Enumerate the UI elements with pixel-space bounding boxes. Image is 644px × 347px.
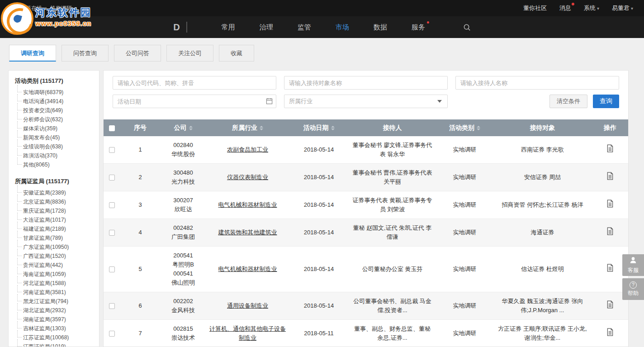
sidebar-item[interactable]: 重庆证监局(1728): [15, 206, 95, 215]
activity-date-input[interactable]: [113, 95, 276, 108]
sidebar-item[interactable]: 分析师会议(632): [15, 115, 95, 124]
sort-icon[interactable]: [189, 126, 193, 130]
column-header[interactable]: 活动类别: [436, 119, 493, 136]
service-button[interactable]: 客服: [622, 254, 644, 276]
industry-link[interactable]: 建筑装饰和其他建筑业: [206, 219, 289, 247]
activity-date: 2018-05-14: [289, 247, 348, 292]
document-icon[interactable]: [606, 144, 614, 152]
sidebar-item[interactable]: 广西证监局(1520): [15, 252, 95, 261]
sort-icon[interactable]: [477, 126, 480, 130]
row-checkbox[interactable]: [109, 175, 115, 181]
document-icon[interactable]: [606, 300, 614, 309]
sidebar-item[interactable]: 路演活动(370): [15, 151, 95, 160]
clear-filters-button[interactable]: 清空条件: [549, 95, 587, 108]
sidebar-item[interactable]: 福建证监局(2189): [15, 224, 95, 233]
sidebar-item[interactable]: 大连证监局(1017): [15, 215, 95, 224]
company-cell[interactable]: 300207欣旺达: [161, 191, 206, 219]
document-icon[interactable]: [606, 264, 614, 272]
company-cell[interactable]: 002202金风科技: [161, 292, 206, 320]
tab[interactable]: 关注公司: [166, 45, 213, 62]
sidebar-item[interactable]: 广东证监局(10950): [15, 242, 95, 252]
topbar-item-community[interactable]: 董你社区: [523, 4, 547, 12]
row-checkbox[interactable]: [109, 266, 115, 272]
sidebar-item[interactable]: 其他(8065): [15, 160, 95, 169]
topbar-item-system[interactable]: 系统▾: [584, 4, 599, 12]
sidebar-item[interactable]: 媒体采访(359): [15, 124, 95, 133]
search-icon[interactable]: [463, 24, 471, 31]
query-button[interactable]: 查询: [593, 95, 619, 108]
tab[interactable]: 收藏: [219, 45, 254, 62]
industry-link[interactable]: 仪器仪表制造业: [206, 164, 289, 191]
notification-dot: [427, 21, 429, 24]
row-checkbox[interactable]: [109, 230, 115, 236]
topbar-item-messages[interactable]: 消息: [559, 4, 571, 12]
sidebar-item[interactable]: 吉林证监局(1303): [15, 324, 95, 333]
sidebar-item[interactable]: 江苏证监局(10068): [15, 333, 95, 342]
row-checkbox[interactable]: [109, 147, 115, 153]
sidebar-item[interactable]: 河北证监局(1588): [15, 279, 95, 288]
company-cell[interactable]: 002840华统股份: [161, 136, 206, 164]
nav-item[interactable]: 数据: [372, 23, 389, 32]
target-cell: 安信证券 周喆: [493, 164, 592, 191]
company-cell[interactable]: 200541粤照明B000541佛山照明: [161, 247, 206, 292]
document-icon[interactable]: [606, 328, 614, 336]
company-search-input[interactable]: [113, 76, 276, 90]
sidebar-item[interactable]: 电话沟通(34914): [15, 97, 95, 106]
sidebar-item[interactable]: 安徽证监局(2389): [15, 188, 95, 197]
industry-link[interactable]: 计算机、通信和其他电子设备制造业: [206, 320, 289, 347]
column-header[interactable]: 所属行业: [206, 119, 289, 136]
sidebar-item[interactable]: 湖北证监局(2932): [15, 306, 95, 315]
nav-item[interactable]: 常用: [220, 23, 237, 32]
sort-icon[interactable]: [260, 126, 263, 130]
target-cell: 方正证券 王顺序;联讯证券 王小龙,谢润生;华金...: [493, 320, 592, 347]
select-all-checkbox[interactable]: [109, 125, 115, 131]
sidebar-item[interactable]: 海南证监局(1059): [15, 270, 95, 279]
industry-link[interactable]: 电气机械和器材制造业: [206, 191, 289, 219]
tab[interactable]: 调研查询: [9, 45, 56, 62]
sidebar-item[interactable]: 北京证监局(8836): [15, 197, 95, 206]
help-button[interactable]: ?帮助: [622, 278, 644, 300]
breadcrumb-root[interactable]: 价值在线: [20, 5, 42, 12]
sidebar-item[interactable]: 新闻发布会(45): [15, 133, 95, 142]
nav-item[interactable]: 市场: [334, 23, 351, 32]
company-cell[interactable]: 002815崇达技术: [161, 320, 206, 347]
industry-select[interactable]: 所属行业: [284, 95, 448, 108]
select-all-cell: [104, 119, 120, 136]
document-icon[interactable]: [606, 172, 614, 180]
target-cell: 华夏久盈 魏玉波;海通证券 张向伟;J.P.Morgan ...: [493, 292, 592, 320]
target-search-input[interactable]: [284, 76, 448, 90]
calendar-icon[interactable]: [266, 98, 273, 106]
home-icon[interactable]: [12, 5, 17, 11]
industry-link[interactable]: 通用设备制造业: [206, 292, 289, 320]
tab[interactable]: 公司问答: [114, 45, 161, 62]
document-icon[interactable]: [606, 200, 614, 208]
sidebar-item[interactable]: 贵州证监局(442): [15, 261, 95, 270]
receiver-search-input[interactable]: [455, 76, 619, 90]
sidebar-item[interactable]: 实地调研(68379): [15, 88, 95, 97]
company-cell[interactable]: 300480光力科技: [161, 164, 206, 191]
sidebar-item[interactable]: 黑龙江证监局(794): [15, 297, 95, 306]
industry-link[interactable]: 农副食品加工业: [206, 136, 289, 164]
tab[interactable]: 问答查询: [62, 45, 109, 62]
sidebar-item[interactable]: 江西证监局(1019): [15, 342, 95, 347]
sort-icon[interactable]: [331, 126, 335, 130]
row-checkbox[interactable]: [109, 202, 115, 208]
row-checkbox[interactable]: [109, 303, 115, 309]
document-icon[interactable]: [606, 227, 614, 235]
company-cell[interactable]: 002482广田集团: [161, 219, 206, 247]
column-header[interactable]: 公司: [161, 119, 206, 136]
sidebar-item[interactable]: 甘肃证监局(789): [15, 233, 95, 242]
industry-link[interactable]: 电气机械和器材制造业: [206, 247, 289, 292]
sidebar-item[interactable]: 河南证监局(3581): [15, 288, 95, 297]
breadcrumb: 价值在线 › 机构调研: [12, 5, 72, 12]
sidebar-item[interactable]: 投资者交流(649): [15, 106, 95, 115]
nav-item[interactable]: 服务: [410, 23, 427, 32]
row-checkbox[interactable]: [109, 331, 115, 337]
column-header[interactable]: 活动日期: [289, 119, 348, 136]
nav-item[interactable]: 监管: [296, 23, 313, 32]
row-select-cell: [104, 219, 120, 247]
sidebar-item[interactable]: 业绩说明会(638): [15, 142, 95, 151]
sidebar-item[interactable]: 湖南证监局(3597): [15, 315, 95, 324]
nav-item[interactable]: 治理: [258, 23, 275, 32]
topbar-item-profile[interactable]: 易董君▾: [612, 4, 633, 12]
